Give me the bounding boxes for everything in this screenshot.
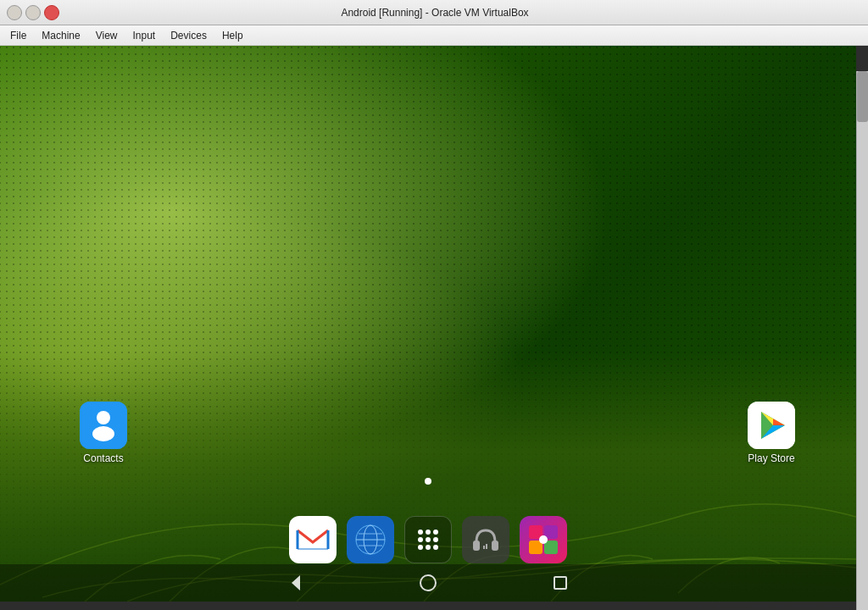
svg-point-26	[426, 545, 431, 550]
page-dot-1	[425, 478, 431, 485]
app-icon-playstore[interactable]: Play Store	[737, 402, 805, 464]
svg-point-2	[92, 426, 114, 441]
svg-point-39	[420, 575, 436, 591]
nav-bar	[0, 564, 856, 602]
nav-recents-button[interactable]	[545, 568, 576, 598]
page-indicator	[425, 478, 431, 485]
icons-area: Contacts	[0, 46, 856, 602]
svg-point-25	[418, 545, 423, 550]
menu-devices[interactable]: Devices	[164, 28, 214, 43]
music-icon-svg	[470, 524, 502, 556]
recents-icon	[551, 574, 570, 592]
menu-file[interactable]: File	[3, 28, 33, 43]
contacts-icon-img	[80, 402, 127, 449]
vm-screen: Contacts	[0, 46, 856, 602]
svg-point-37	[539, 535, 548, 544]
svg-rect-0	[80, 402, 127, 449]
back-icon	[287, 574, 305, 592]
restore-button[interactable]: ❐	[25, 5, 41, 20]
menu-bar: File Machine View Input Devices Help	[0, 25, 868, 46]
playstore-icon-svg	[748, 402, 795, 449]
dock-browser[interactable]	[347, 516, 394, 563]
svg-point-23	[426, 537, 431, 542]
app-icon-contacts[interactable]: Contacts	[70, 402, 137, 464]
svg-point-20	[426, 530, 431, 535]
contacts-icon-svg	[80, 402, 127, 449]
gmail-icon-svg	[296, 527, 330, 552]
svg-rect-40	[554, 577, 566, 589]
minimize-button[interactable]: —	[7, 5, 22, 20]
dock	[289, 516, 567, 563]
menu-machine[interactable]: Machine	[35, 28, 86, 43]
svg-rect-29	[492, 541, 498, 551]
dock-gmail[interactable]	[289, 516, 337, 563]
close-button[interactable]: ✕	[44, 5, 59, 20]
menu-input[interactable]: Input	[126, 28, 163, 43]
contacts-label: Contacts	[83, 452, 123, 464]
photos-icon-svg	[527, 524, 559, 556]
drawer-icon-svg	[412, 524, 444, 556]
playstore-label: Play Store	[748, 452, 794, 464]
menu-help[interactable]: Help	[215, 28, 250, 43]
svg-point-1	[97, 411, 110, 424]
svg-point-22	[418, 537, 423, 542]
dock-music[interactable]	[462, 516, 509, 563]
browser-icon-svg	[354, 524, 387, 556]
nav-home-button[interactable]	[413, 568, 443, 598]
menu-view[interactable]: View	[89, 28, 125, 43]
playstore-icon-img	[748, 402, 795, 449]
dock-photos[interactable]	[520, 516, 567, 563]
svg-marker-38	[292, 575, 300, 591]
svg-point-27	[433, 545, 438, 550]
window-title: Android [Running] - Oracle VM VirtualBox	[59, 7, 810, 19]
scrollbar-thumb[interactable]	[857, 71, 868, 122]
svg-point-24	[433, 537, 438, 542]
window-controls[interactable]: — ❐ ✕	[7, 5, 59, 20]
svg-point-21	[433, 530, 438, 535]
scrollbar[interactable]	[856, 71, 868, 610]
svg-rect-28	[473, 541, 480, 551]
dock-app-drawer[interactable]	[404, 516, 452, 563]
nav-back-button[interactable]	[281, 568, 311, 598]
title-bar: — ❐ ✕ Android [Running] - Oracle VM Virt…	[0, 0, 868, 25]
home-icon	[419, 574, 437, 592]
svg-point-19	[418, 530, 423, 535]
